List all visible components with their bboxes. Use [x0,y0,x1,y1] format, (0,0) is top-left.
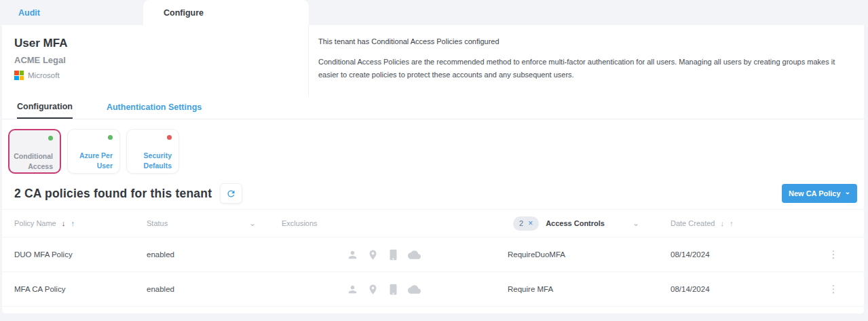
tenant-name: ACME Legal [14,55,308,65]
col-policy-name: Policy Name ↓ ↑ [2,219,147,227]
refresh-button[interactable] [220,183,242,204]
sort-asc-icon[interactable]: ↑ [730,219,734,227]
col-exclusions: Exclusions [265,219,502,227]
date-created-cell: 08/14/2024 [664,285,803,293]
user-icon [347,249,358,261]
date-created-cell: 08/14/2024 [664,250,803,259]
microsoft-logo-icon [14,71,24,80]
card-label: Azure PerUser [79,151,113,171]
ca-policies-description: Conditional Access Policies are the reco… [318,56,849,81]
sort-desc-icon[interactable]: ↓ [721,219,725,227]
new-ca-policy-label: New CA Policy [789,189,841,197]
filter-count: 2 [519,219,523,227]
mfa-method-cards: ConditionalAccess Azure PerUser Security… [2,119,864,182]
card-conditional-access[interactable]: ConditionalAccess [8,129,61,174]
location-icon [367,249,379,261]
top-tab-bar: Audit Configure [0,0,868,25]
chevron-down-icon: ⌄ [845,190,850,194]
device-icon [388,284,399,295]
tab-configure[interactable]: Configure [143,0,309,25]
user-mfa-page: Audit Configure User MFA ACME Legal Micr… [0,0,868,321]
table-header-row: Policy Name ↓ ↑ Status ⌄ Exclusions 2 × [2,209,864,238]
tab-configure-label: Configure [164,8,204,18]
tab-authentication-settings[interactable]: Authentication Settings [107,96,202,119]
tab-audit[interactable]: Audit [0,0,143,25]
table-row: DUO MFA Policy enabled RequireDuoMFA 08/… [2,238,864,272]
tab-configuration-label: Configuration [17,102,73,111]
status-dot-green-icon [108,135,113,140]
page-header: User MFA ACME Legal Microsoft This tenan… [2,25,864,96]
access-controls-filter-badge[interactable]: 2 × [513,216,539,231]
policy-name-cell: MFA CA Policy [2,285,147,293]
tab-authentication-settings-label: Authentication Settings [107,102,202,112]
card-azure-per-user[interactable]: Azure PerUser [67,129,120,174]
exclusions-cell [265,249,502,261]
cloud-icon [408,284,421,295]
access-controls-cell: Require MFA [502,285,664,293]
row-menu-kebab-icon[interactable]: ⋮ [829,283,839,295]
user-icon [347,284,358,295]
policies-count-heading: 2 CA policies found for this tenant [14,187,212,201]
header-left: User MFA ACME Legal Microsoft [2,25,308,96]
vendor-row: Microsoft [14,71,308,80]
refresh-icon [226,189,236,199]
new-ca-policy-button[interactable]: New CA Policy ⌄ [782,184,857,203]
cloud-icon [408,250,421,260]
access-controls-cell: RequireDuoMFA [502,250,664,259]
status-cell: enabled [147,250,265,259]
card-label: SecurityDefaults [144,151,172,171]
status-filter-chevron-icon[interactable]: ⌄ [249,221,256,226]
tab-audit-label: Audit [18,8,40,18]
policies-heading-row: 2 CA policies found for this tenant New … [2,182,864,209]
card-security-defaults[interactable]: SecurityDefaults [126,129,179,174]
policy-name-cell: DUO MFA Policy [2,250,147,259]
content-panel: User MFA ACME Legal Microsoft This tenan… [2,25,864,314]
tenant-status-line: This tenant has Conditional Access Polic… [318,37,850,45]
ca-policies-table: Policy Name ↓ ↑ Status ⌄ Exclusions 2 × [2,209,864,307]
sub-tab-bar: Configuration Authentication Settings [2,96,864,119]
close-icon[interactable]: × [528,219,533,228]
status-dot-red-icon [167,135,172,140]
card-label: ConditionalAccess [14,151,53,172]
sort-desc-icon[interactable]: ↓ [62,219,66,227]
status-cell: enabled [147,285,265,293]
access-controls-filter-chevron-icon[interactable]: ⌄ [633,221,639,226]
page-title: User MFA [14,37,308,50]
exclusions-cell [265,284,502,295]
row-menu-kebab-icon[interactable]: ⋮ [829,248,839,261]
col-status: Status ⌄ [147,219,265,227]
tab-configuration[interactable]: Configuration [17,96,73,119]
status-dot-green-icon [48,136,53,140]
location-icon [367,284,379,295]
col-date-created: Date Created ↓ ↑ [664,219,803,227]
header-description-block: This tenant has Conditional Access Polic… [308,25,864,96]
vendor-label: Microsoft [28,71,60,79]
col-access-controls: 2 × Access Controls ⌄ [502,216,664,231]
sort-asc-icon[interactable]: ↑ [71,219,75,227]
device-icon [388,249,399,261]
table-row: MFA CA Policy enabled Require MFA 08/14/… [2,272,864,307]
